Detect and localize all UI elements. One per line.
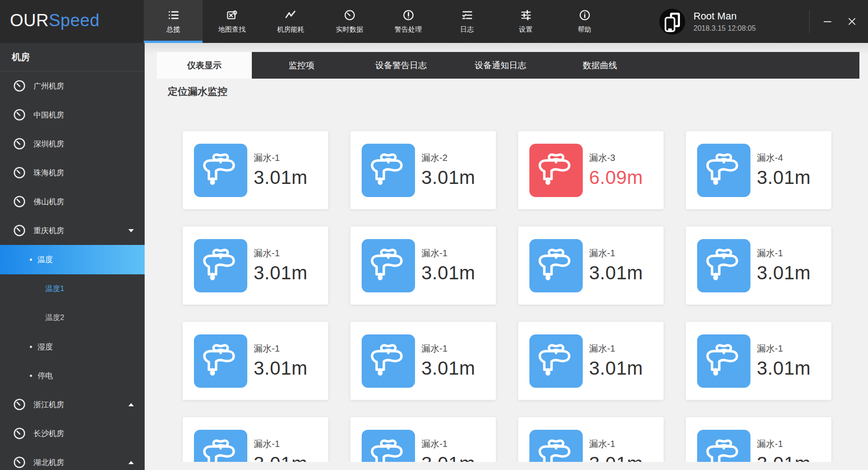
sidebar-item-浙江机房[interactable]: 浙江机房 [0,390,145,419]
tab-item-4[interactable]: 数据曲线 [550,52,650,79]
gauge-icon [13,427,26,440]
leak-sensor-card-8[interactable]: 漏水-1 3.01m [183,322,328,400]
tab-item-3[interactable]: 设备通知日志 [451,52,550,79]
sensor-value: 3.01m [589,262,643,284]
top-bar: OURSpeed 总揽 地图查找 机房能耗 实时数据 警告处理 日志 设置 帮助 [0,0,868,43]
faucet-icon [529,334,583,388]
sensor-value: 3.01m [421,357,475,379]
leak-sensor-card-1[interactable]: 漏水-2 3.01m [350,131,496,209]
datetime: 2018.3.15 12:08:05 [693,24,756,33]
card-text: 漏水-1 3.01m [421,343,475,379]
sensor-label: 漏水-1 [254,152,307,164]
nav-item-label: 日志 [460,25,474,34]
top-nav-item-3[interactable]: 实时数据 [320,0,379,43]
top-nav-item-2[interactable]: 机房能耗 [261,0,320,43]
sidebar-subitem-label: 温度 [38,254,53,265]
tab-dashboard[interactable]: 仪表显示 [157,52,252,79]
leak-sensor-card-2[interactable]: 漏水-3 6.09m [518,131,664,209]
sidebar-item-佛山机房[interactable]: 佛山机房 [0,187,145,216]
sensor-value: 3.01m [757,262,811,284]
sidebar-item-label: 深圳机房 [33,139,64,149]
bullet-icon [30,346,32,348]
minimize-button[interactable] [817,0,837,43]
app-window: OURSpeed 总揽 地图查找 机房能耗 实时数据 警告处理 日志 设置 帮助 [0,0,868,470]
sidebar-subsubitem-label: 温度1 [45,284,64,294]
window-controls-divider [809,10,810,33]
leak-sensor-card-4[interactable]: 漏水-1 3.01m [183,226,328,305]
faucet-icon [529,239,583,292]
sensor-label: 漏水-1 [254,438,307,450]
tab-strip: 监控项设备警告日志设备通知日志数据曲线 [252,52,859,79]
sidebar-item-温度[interactable]: 温度 [0,245,145,274]
gauge-icon [13,456,26,469]
close-button[interactable] [842,0,862,43]
faucet-icon [362,144,415,197]
sidebar-item-重庆机房[interactable]: 重庆机房 [0,216,145,245]
card-text: 漏水-1 3.01m [254,152,307,188]
help-circle-icon [579,9,591,21]
tab-item-2[interactable]: 设备警告日志 [351,52,451,79]
nav-item-label: 实时数据 [336,25,363,34]
sidebar-item-深圳机房[interactable]: 深圳机房 [0,129,145,158]
sensor-label: 漏水-1 [421,343,475,355]
leak-sensor-card-7[interactable]: 漏水-1 3.01m [686,226,831,305]
sidebar-item-湿度[interactable]: 湿度 [0,332,145,361]
sidebar-item-停电[interactable]: 停电 [0,361,145,390]
faucet-icon [529,144,583,197]
nav-item-label: 机房能耗 [277,25,304,34]
tab-item-1[interactable]: 监控项 [252,52,351,79]
gauge-icon [13,224,26,237]
sidebar-item-珠海机房[interactable]: 珠海机房 [0,158,145,187]
sidebar-item-长沙机房[interactable]: 长沙机房 [0,419,145,448]
sensor-label: 漏水-1 [589,247,643,259]
main-content: 仪表显示 监控项设备警告日志设备通知日志数据曲线 定位漏水监控 漏水-1 3.0… [145,43,868,470]
top-nav-item-6[interactable]: 设置 [496,0,555,43]
sensor-label: 漏水-1 [757,343,811,355]
sidebar-item-label: 珠海机房 [33,168,64,178]
leak-sensor-card-11[interactable]: 漏水-1 3.01m [686,322,831,400]
leak-sensor-card-3[interactable]: 漏水-4 3.01m [686,131,831,209]
map-search-icon [226,9,238,21]
leak-sensor-card-9[interactable]: 漏水-1 3.01m [350,322,496,400]
top-nav-item-1[interactable]: 地图查找 [203,0,261,43]
sidebar-item-label: 重庆机房 [33,226,64,236]
sensor-label: 漏水-1 [421,247,475,259]
nav-item-label: 总揽 [166,25,180,34]
user-name: Root Man [693,10,756,22]
top-nav-item-7[interactable]: 帮助 [555,0,614,43]
card-text: 漏水-1 3.01m [757,343,811,379]
leak-sensor-card-5[interactable]: 漏水-1 3.01m [350,226,496,305]
gauge-icon [13,137,26,150]
gauge-icon [13,195,26,208]
sidebar-item-label: 长沙机房 [33,428,64,439]
leak-sensor-card-6[interactable]: 漏水-1 3.01m [518,226,664,305]
alert-circle-icon [402,9,415,21]
sidebar: 机房 广州机房 中国机房 深圳机房 珠海机房 佛山机房 重庆机房 温度 温度1 … [0,43,145,470]
sidebar-item-湖北机房[interactable]: 湖北机房 [0,448,145,470]
section-title: 定位漏水监控 [168,85,227,99]
sidebar-item-温度2[interactable]: 温度2 [0,303,145,332]
energy-line-icon [285,9,297,21]
settings-sliders-icon [520,9,532,21]
top-nav-item-0[interactable]: 总揽 [144,0,203,43]
chevron-up-icon [128,403,134,406]
chevron-down-icon [128,229,134,232]
sidebar-item-广州机房[interactable]: 广州机房 [0,71,145,100]
faucet-icon [697,144,750,197]
nav-item-label: 帮助 [578,25,591,34]
card-grid: 漏水-1 3.01m 漏水-2 3.01m 漏水-3 6.09m 漏水-4 3.… [183,131,831,470]
top-nav-item-5[interactable]: 日志 [438,0,496,43]
leak-sensor-card-0[interactable]: 漏水-1 3.01m [183,131,328,209]
bullet-icon [30,375,32,377]
sidebar-item-label: 浙江机房 [33,400,64,410]
sidebar-item-温度1[interactable]: 温度1 [0,274,145,303]
sidebar-item-中国机房[interactable]: 中国机房 [0,100,145,129]
leak-sensor-card-10[interactable]: 漏水-1 3.01m [518,322,664,400]
sensor-value: 3.01m [254,262,307,284]
sensor-value: 3.01m [757,167,811,188]
faucet-icon [362,334,415,388]
nav-item-label: 地图查找 [218,25,245,34]
sensor-value: 3.01m [421,262,475,284]
top-nav-item-4[interactable]: 警告处理 [379,0,438,43]
avatar[interactable] [659,9,685,35]
